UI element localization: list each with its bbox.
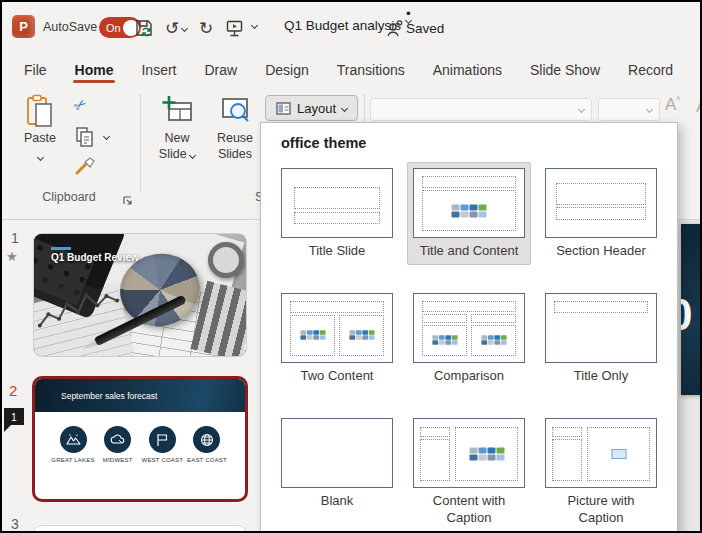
layout-option-section-header[interactable]: Section Header <box>539 162 663 265</box>
new-slide-chevron-icon <box>189 152 196 159</box>
slide-1-thumbnail[interactable]: Q1 Budget Review <box>34 234 246 356</box>
region-label: WEST COAST <box>142 457 184 463</box>
new-slide-button[interactable]: New Slide <box>150 94 204 162</box>
globe-icon <box>193 426 220 453</box>
region-icons-row: GREAT LAKES MIDWEST WEST COAST <box>35 412 245 463</box>
share-people-icon[interactable] <box>385 17 405 39</box>
slide-3-thumbnail[interactable] <box>34 526 246 533</box>
tab-animations[interactable]: Animations <box>419 54 516 86</box>
title-accent-bar <box>51 247 71 250</box>
slide-1-title: Q1 Budget Review <box>51 252 139 263</box>
shrink-font-glyph: A <box>696 98 702 115</box>
layout-option-two-content[interactable]: Two Content <box>275 287 399 390</box>
layout-option-title-and-content[interactable]: Title and Content <box>407 162 531 265</box>
increase-font-size-button[interactable]: A^ <box>665 95 681 115</box>
mountains-icon <box>60 426 87 453</box>
flag-icon <box>149 426 176 453</box>
font-name-combo[interactable] <box>370 98 592 121</box>
font-size-combo[interactable] <box>598 98 660 121</box>
layout-thumbnail <box>545 418 657 488</box>
clipboard-dialog-launcher-icon[interactable] <box>123 192 133 210</box>
font-combo-chevron-icon <box>578 106 585 113</box>
layout-thumbnail <box>413 293 525 363</box>
save-icon[interactable] <box>132 16 156 40</box>
group-separator <box>140 94 141 192</box>
cut-icon[interactable]: ✂ <box>70 94 91 116</box>
paste-button[interactable]: Paste <box>14 94 66 164</box>
slide-2-header-bar: September sales forecast <box>35 379 245 412</box>
new-slide-label-2: Slide <box>159 147 187 161</box>
slide-thumbnail-panel: 1 ★ Q1 Budget Review 2 1 <box>2 220 260 531</box>
tab-insert[interactable]: Insert <box>127 54 190 86</box>
compass-shape <box>208 242 244 278</box>
layout-label: Blank <box>321 493 354 510</box>
tab-file[interactable]: File <box>10 54 61 86</box>
slide-2-thumbnail-selected[interactable]: September sales forecast GREAT LAKES MID… <box>32 376 248 502</box>
layout-thumbnail <box>281 293 393 363</box>
layout-option-content-with-caption[interactable]: Content with Caption <box>407 412 531 532</box>
editor-canvas: 0 <box>677 220 700 531</box>
tab-design[interactable]: Design <box>251 54 323 86</box>
layout-thumbnail <box>545 293 657 363</box>
layout-option-blank[interactable]: Blank <box>275 412 399 532</box>
layout-thumbnail <box>413 418 525 488</box>
current-slide-edge[interactable]: 0 <box>681 224 702 395</box>
tab-transitions[interactable]: Transitions <box>323 54 419 86</box>
region-midwest: MIDWEST <box>96 426 140 463</box>
layout-thumbnail <box>281 168 393 238</box>
layout-label: Comparison <box>434 368 504 385</box>
layout-option-title-only[interactable]: Title Only <box>539 287 663 390</box>
reuse-slides-label-2: Slides <box>208 146 262 162</box>
layout-option-title-slide[interactable]: Title Slide <box>275 162 399 265</box>
region-great-lakes: GREAT LAKES <box>51 426 95 463</box>
layout-label: Picture with Caption <box>544 493 658 527</box>
animation-order-badge[interactable]: 1 <box>4 408 24 425</box>
layout-dropdown-menu: office theme Title Slide Title and Conte… <box>260 122 678 533</box>
clipboard-icon <box>25 94 55 130</box>
decrease-font-size-button[interactable]: A <box>696 98 702 115</box>
reuse-slides-icon <box>219 94 251 126</box>
layout-option-comparison[interactable]: Comparison <box>407 287 531 390</box>
autosave-state: On <box>106 22 121 34</box>
clipboard-group-label: Clipboard <box>14 190 124 204</box>
region-label: GREAT LAKES <box>51 457 94 463</box>
region-west-coast: WEST COAST <box>140 426 184 463</box>
tab-slide-show[interactable]: Slide Show <box>516 54 614 86</box>
powerpoint-logo-icon[interactable]: P <box>12 15 35 38</box>
document-title[interactable]: Q1 Budget analysis <box>284 18 401 33</box>
start-presentation-icon[interactable] <box>222 16 246 40</box>
layout-option-picture-with-caption[interactable]: Picture with Caption <box>539 412 663 532</box>
autosave-label: AutoSave <box>43 20 97 34</box>
layout-label: Content with Caption <box>412 493 526 527</box>
layout-label: Title and Content <box>420 243 519 260</box>
quick-access-more-icon[interactable] <box>251 22 258 29</box>
tab-home[interactable]: Home <box>61 54 128 86</box>
tab-record[interactable]: Record <box>614 54 687 86</box>
new-slide-icon <box>161 94 193 126</box>
paste-label: Paste <box>14 130 66 146</box>
region-label: EAST COAST <box>187 457 227 463</box>
format-painter-icon[interactable] <box>74 156 96 182</box>
layout-thumbnail <box>413 168 525 238</box>
copy-icon[interactable] <box>75 126 95 152</box>
reuse-slides-button[interactable]: Reuse Slides <box>208 94 262 162</box>
picture-placeholder-icon <box>611 449 626 459</box>
region-east-coast: EAST COAST <box>185 426 229 463</box>
redo-icon[interactable]: ↻ <box>194 16 218 40</box>
title-bar: P AutoSave On ↺ ↻ Q1 Budget analysis • S… <box>2 2 700 54</box>
slide-3-number: 3 <box>11 516 19 532</box>
layout-button[interactable]: Layout <box>265 95 358 121</box>
copy-chevron-icon[interactable] <box>103 133 110 140</box>
size-combo-chevron-icon <box>646 106 653 113</box>
new-slide-label-1: New <box>150 130 204 146</box>
slide-2-title: September sales forecast <box>61 391 157 401</box>
tab-draw[interactable]: Draw <box>190 54 251 86</box>
grow-font-glyph: A <box>665 95 676 114</box>
ribbon-tabs: File Home Insert Draw Design Transitions… <box>2 54 700 86</box>
slide-1-number: 1 <box>11 230 19 246</box>
animation-star-icon[interactable]: ★ <box>6 249 18 264</box>
saved-status-button[interactable]: • Saved <box>406 18 411 23</box>
reuse-slides-label-1: Reuse <box>208 130 262 146</box>
layout-thumbnail <box>281 418 393 488</box>
slide-2-number: 2 <box>9 382 17 399</box>
